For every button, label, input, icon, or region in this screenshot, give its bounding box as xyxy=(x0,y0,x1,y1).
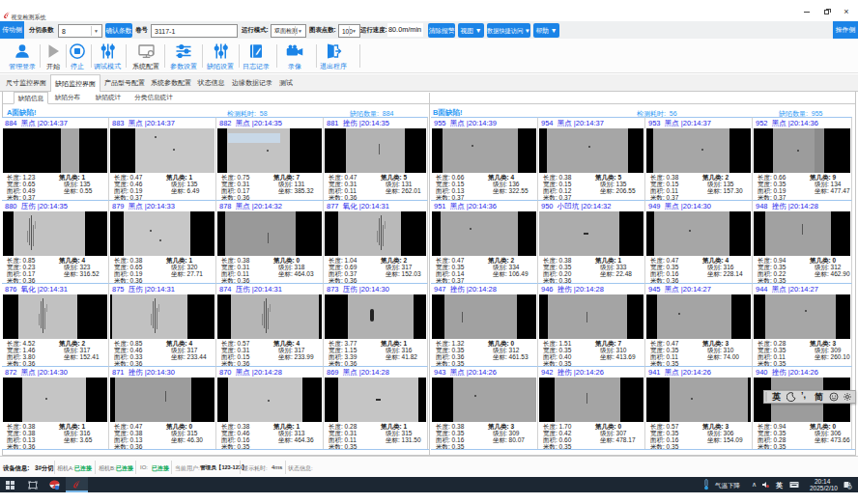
svg-text:6: 6 xyxy=(849,486,851,490)
